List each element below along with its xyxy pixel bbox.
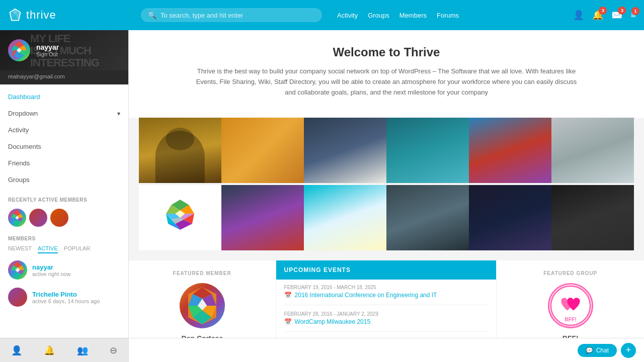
messages-badge: 3 [618,7,626,15]
photo-5 [469,118,551,183]
chat-button[interactable]: 💬 Chat [578,344,617,357]
bottom-bar: 💬 Chat + [129,338,644,362]
notifications-badge: 3 [599,7,607,15]
featured-member-avatar[interactable] [180,283,225,328]
photo-3 [304,118,386,183]
photo-gem [139,185,221,250]
sidebar: MY LIFEIS SO MUCHINTERESTING nayyar Sig [0,30,129,362]
welcome-title: Welcome to Thrive [139,45,634,59]
user-info: nayyar Sign Out [36,43,59,57]
sidebar-minus-icon[interactable]: ⊖ [110,345,117,356]
logo-text: thrive [26,9,56,22]
members-tab-newest[interactable]: NEWEST [8,245,32,253]
member-item-trichelle: Trichelle Pinto active 6 days, 14 hours … [0,284,128,311]
logo-area: thrive [8,8,137,22]
members-section-label: MEMBERS [0,231,128,243]
featured-group-label: FEATURED GROUP [507,270,634,276]
event-item-1: FEBRUARY 19, 2016 - MARCH 18, 2025 📅 201… [284,285,489,305]
main-content: Welcome to Thrive Thrive is the best way… [129,30,644,362]
recently-active-label: RECENTLY ACTIVE MEMBERS [0,192,128,205]
sidebar-item-groups[interactable]: Groups [0,171,128,188]
nav-links: Activity Groups Members Forums [337,12,573,19]
member-nayyar-name[interactable]: nayyar [32,263,70,271]
profile-icon: 👤 [573,10,584,21]
sidebar-item-activity[interactable]: Activity [0,122,128,138]
sidebar-people-icon[interactable]: 👥 [77,345,88,356]
member-trichelle-name[interactable]: Trichelle Pinto [32,291,100,298]
welcome-description: Thrive is the best way to build your com… [190,66,583,98]
nav-groups[interactable]: Groups [368,12,389,19]
search-bar[interactable]: 🔍 [141,8,322,22]
event-2-date: FEBRUARY 28, 2016 - JANUARY 2, 2029 [284,311,489,317]
member-nayyar-info: nayyar active right now [32,263,70,277]
photo-1 [139,118,221,183]
event-1-title[interactable]: 📅 2016 International Conference on Engin… [284,292,489,299]
user-email: realnayyar@gmail.com [0,70,128,84]
welcome-section: Welcome to Thrive Thrive is the best way… [129,30,644,118]
groups-label: Groups [8,176,30,184]
username: nayyar [36,43,59,51]
nav-activity[interactable]: Activity [337,12,358,19]
nav-members[interactable]: Members [399,12,427,19]
main-layout: MY LIFEIS SO MUCHINTERESTING nayyar Sig [0,30,644,362]
avatar [8,39,30,61]
member-item-nayyar: nayyar active right now [0,256,128,284]
event-item-2: FEBRUARY 28, 2016 - JANUARY 2, 2029 📅 Wo… [284,311,489,332]
recent-member-3-avatar[interactable] [50,209,68,227]
notifications-btn[interactable]: 🔔 3 [592,10,603,21]
photo-12 [551,185,634,250]
chat-label: Chat [596,347,609,354]
sidebar-bell-icon[interactable]: 🔔 [44,345,55,356]
recent-member-2-avatar[interactable] [29,209,47,227]
members-tab-active[interactable]: ACTIVE [38,245,58,253]
dashboard-label: Dashboard [8,93,40,101]
alerts-badge: 1 [631,7,639,15]
featured-member-label: FEATURED MEMBER [139,270,266,276]
event-2-title[interactable]: 📅 WordCamp Milwaukee 2015 [284,318,489,325]
photo-10 [386,185,469,250]
member-trichelle-avatar[interactable] [8,288,27,307]
profile-icon-btn[interactable]: 👤 [573,10,584,21]
messages-btn[interactable]: ✉️ 3 [611,10,622,21]
sidebar-nav: Dashboard Dropdown ▾ Activity Documents … [0,84,128,192]
gem-icon [8,8,22,22]
sidebar-bottom-bar: 👤 🔔 👥 ⊖ [0,338,128,362]
photo-8 [221,185,304,250]
nav-forums[interactable]: Forums [437,12,459,19]
member-trichelle-info: Trichelle Pinto active 6 days, 14 hours … [32,291,100,304]
photo-4 [386,118,469,183]
nav-actions: 👤 🔔 3 ✉️ 3 ≡ 1 [573,10,636,21]
signout-link[interactable]: Sign Out [36,51,59,57]
member-nayyar-status: active right now [32,271,70,277]
photo-9 [304,185,386,250]
chevron-down-icon: ▾ [117,110,120,117]
sidebar-profile-icon[interactable]: 👤 [11,345,22,356]
friends-label: Friends [8,159,30,167]
sidebar-item-documents[interactable]: Documents [0,138,128,155]
add-button[interactable]: + [621,343,636,358]
calendar-icon-2: 📅 [284,318,292,325]
members-tabs: NEWEST ACTIVE POPULAR [0,243,128,256]
photo-6 [551,118,634,183]
members-tab-popular[interactable]: POPULAR [64,245,91,253]
photo-2 [221,118,304,183]
events-header: UPCOMING EVENTS [276,260,497,280]
sidebar-user-block: MY LIFEIS SO MUCHINTERESTING nayyar Sig [0,30,128,70]
photo-grid-row2 [139,185,634,250]
member-nayyar-avatar[interactable] [8,260,27,280]
sidebar-item-dashboard[interactable]: Dashboard [0,88,128,105]
photo-11 [469,185,551,250]
photo-grid [139,118,634,183]
svg-text:BFF!: BFF! [565,317,576,322]
recent-member-1-avatar[interactable] [8,209,26,227]
menu-btn[interactable]: ≡ 1 [630,10,636,21]
recently-active-avatars [0,205,128,231]
activity-label: Activity [8,126,29,134]
search-input[interactable] [160,12,315,19]
sidebar-item-dropdown[interactable]: Dropdown ▾ [0,105,128,122]
sidebar-item-friends[interactable]: Friends [0,155,128,171]
calendar-icon-1: 📅 [284,292,292,299]
chat-icon: 💬 [586,347,593,354]
featured-group-logo[interactable]: BFF! [548,283,593,328]
documents-label: Documents [8,143,41,150]
